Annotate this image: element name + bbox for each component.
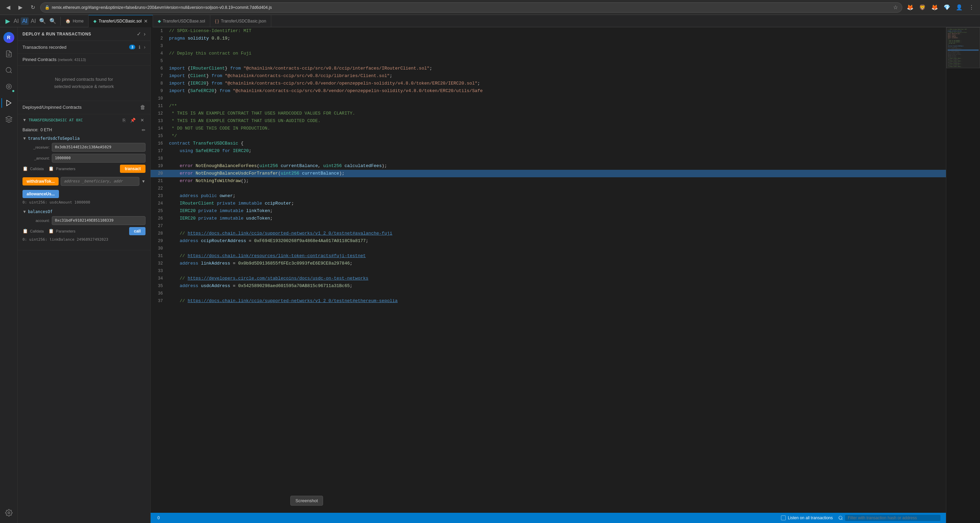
extensions-button[interactable]: 🦊 <box>905 2 915 13</box>
fn-balances-chevron[interactable]: ▼ <box>22 209 27 214</box>
call-btn[interactable]: call <box>129 227 145 235</box>
pin-contract-btn[interactable]: 📌 <box>129 117 137 123</box>
code-line-1: 1 // SPDX-License-Identifier: MIT <box>151 27 946 35</box>
code-line-3: 3 <box>151 42 946 50</box>
code-line-23: 23 address public owner; <box>151 192 946 200</box>
lock-icon: 🔒 <box>45 5 50 10</box>
zoom-in-button[interactable]: 🔍 <box>38 17 48 25</box>
calldata-icon-balances[interactable]: 📋 <box>22 228 28 234</box>
transactions-expand-icon[interactable]: › <box>144 44 145 50</box>
back-button[interactable]: ◀ <box>3 3 13 12</box>
line-col-value: 0 <box>158 515 160 520</box>
params-icon-balances[interactable]: 📋 <box>48 228 54 234</box>
code-line-37: 37 // https://docs.chain.link/ccip/suppo… <box>151 297 946 305</box>
tab-transfer-basic[interactable]: ◆ TransferUSDCBasic.sol ✕ <box>89 15 153 27</box>
ai-button-3[interactable]: AI <box>29 18 37 25</box>
menu-button[interactable]: ⋮ <box>966 2 977 13</box>
svg-line-9 <box>842 519 843 520</box>
fn-transfer-chevron[interactable]: ▼ <box>22 136 27 141</box>
sol-icon-base: ◆ <box>158 19 161 24</box>
fn-balances-actions: 📋 Calldata 📋 Parameters call <box>22 227 145 235</box>
sidebar-panel: DEPLOY & RUN TRANSACTIONS ✓ › Transactio… <box>18 27 151 523</box>
run-button[interactable]: ▶ <box>4 17 11 26</box>
panel-checkmark-btn[interactable]: ✓ <box>137 31 141 37</box>
deployed-title: Deployed/Unpinned Contracts <box>22 105 140 110</box>
refresh-button[interactable]: ↻ <box>28 3 38 12</box>
calldata-label-transfer[interactable]: Calldata <box>30 167 44 171</box>
star-icon[interactable]: ☆ <box>893 4 898 11</box>
zoom-out-button[interactable]: 🔍 <box>48 17 57 25</box>
copy-address-btn[interactable]: ⎘ <box>121 117 127 123</box>
listen-all-checkbox-area[interactable]: Listen on all transactions <box>779 513 835 523</box>
tab-basic-close[interactable]: ✕ <box>144 18 148 24</box>
metamask-button[interactable]: 🦊 <box>929 2 940 13</box>
allowance-btn[interactable]: allowanceUs... <box>22 190 59 198</box>
amount-param-row: _amount: <box>22 154 145 163</box>
panel-expand-btn[interactable]: › <box>144 31 145 37</box>
activity-remix-logo[interactable]: R <box>2 30 16 45</box>
activity-plugin[interactable] <box>2 112 16 127</box>
code-line-11: 11 /** <box>151 102 946 110</box>
svg-point-8 <box>839 516 842 519</box>
address-bar[interactable]: 🔒 remix.ethereum.org/#lang=en&optimize=f… <box>40 2 902 13</box>
withdraw-btn[interactable]: withdrawTok... <box>22 177 59 185</box>
params-label-transfer[interactable]: Parameters <box>56 167 75 171</box>
status-bar: Screenshot 0 Listen on all transactions <box>151 513 946 523</box>
code-content[interactable]: 1 // SPDX-License-Identifier: MIT 2 prag… <box>151 27 946 513</box>
minimap: // SPDX-License-Identifier: MIT pragma s… <box>946 27 980 523</box>
filter-area[interactable] <box>836 513 942 523</box>
delete-deployed-btn[interactable]: 🗑 <box>140 104 145 110</box>
calldata-icon-transfer[interactable]: 📋 <box>22 166 28 171</box>
code-line-22: 22 <box>151 185 946 192</box>
account-input[interactable] <box>52 216 145 225</box>
contract-name: TRANSFERUSDCBASIC AT 0XC <box>29 118 119 123</box>
transact-btn[interactable]: transact <box>120 165 145 173</box>
code-line-13: 13 * THIS IS AN EXAMPLE CONTRACT THAT US… <box>151 117 946 125</box>
user-profile[interactable]: 👤 <box>954 2 964 13</box>
editor-area: 1 // SPDX-License-Identifier: MIT 2 prag… <box>151 27 946 523</box>
listen-checkbox[interactable] <box>781 515 786 520</box>
activity-search[interactable] <box>2 63 16 78</box>
code-line-16: 16 contract TransferUSDCBasic { <box>151 140 946 147</box>
minimap-viewport[interactable] <box>946 27 980 68</box>
withdraw-chevron[interactable]: ▼ <box>142 179 145 184</box>
forward-button[interactable]: ▶ <box>16 3 25 12</box>
code-line-35: 35 address usdcAddress = 0x5425890298aed… <box>151 282 946 290</box>
ai-button-1[interactable]: AI <box>12 18 20 25</box>
info-icon[interactable]: ℹ <box>139 45 140 50</box>
code-line-20: 20 error NotEnoughBalanceUsdcForTransfer… <box>151 170 946 177</box>
panel-title: DEPLOY & RUN TRANSACTIONS <box>22 32 134 37</box>
transactions-recorded-row[interactable]: Transactions recorded 3 ℹ › <box>18 41 150 54</box>
tab-home[interactable]: 🏠 Home <box>60 15 89 27</box>
fn-transfer-header: ▼ transferUsdcToSepolia <box>22 136 145 141</box>
tab-transfer-base[interactable]: ◆ TransferUSDCBase.sol <box>153 15 210 27</box>
edit-balance-btn[interactable]: ✏ <box>142 128 145 132</box>
params-icon-transfer[interactable]: 📋 <box>48 166 54 171</box>
remove-contract-btn[interactable]: ✕ <box>139 117 145 123</box>
activity-git[interactable] <box>2 79 16 94</box>
url-text[interactable]: remix.ethereum.org/#lang=en&optimize=fal… <box>52 5 272 10</box>
code-line-12: 12 * THIS IS AN EXAMPLE CONTRACT THAT US… <box>151 110 946 117</box>
contract-expand-icon[interactable]: ▼ <box>22 118 27 123</box>
brave-button[interactable]: 🦁 <box>917 2 928 13</box>
contract-item: ▼ TRANSFERUSDCBASIC AT 0XC ⎘ 📌 ✕ Balance… <box>18 114 150 250</box>
filter-input[interactable] <box>845 515 940 521</box>
ai-button-2[interactable]: AI <box>21 18 29 25</box>
activity-file-explorer[interactable] <box>2 46 16 61</box>
activity-deploy[interactable] <box>2 96 16 110</box>
balance-label: Balance: <box>22 128 38 132</box>
code-line-5: 5 <box>151 57 946 65</box>
receiver-input[interactable] <box>52 143 145 152</box>
screenshot-label: Screenshot <box>296 498 318 503</box>
params-label-balances[interactable]: Parameters <box>56 229 75 233</box>
status-line-col[interactable]: 0 <box>155 513 162 523</box>
calldata-label-balances[interactable]: Calldata <box>30 229 44 233</box>
withdraw-params-input[interactable] <box>60 177 139 186</box>
pinned-label: Pinned Contracts <box>22 57 57 62</box>
wallet-button[interactable]: 💎 <box>942 2 952 13</box>
amount-input[interactable] <box>52 154 145 163</box>
tab-transfer-json[interactable]: { } TransferUSDCBasic.json <box>210 15 271 27</box>
tabs-bar: ▶ AI AI AI 🔍 🔍 🏠 Home ◆ TransferUSDCBasi… <box>0 15 980 27</box>
svg-line-3 <box>10 72 11 73</box>
activity-settings[interactable] <box>2 505 16 520</box>
